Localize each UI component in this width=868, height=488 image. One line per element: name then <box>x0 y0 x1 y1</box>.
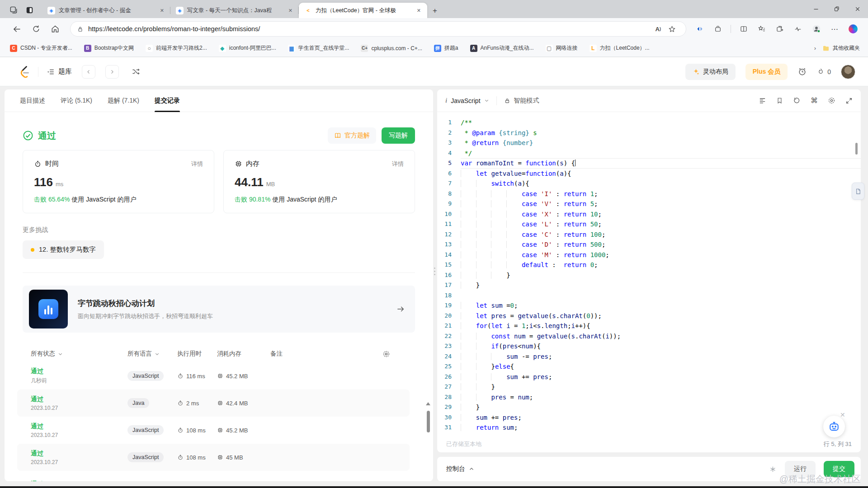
new-tab-button[interactable]: + <box>427 6 443 18</box>
extensions-icon[interactable] <box>710 25 726 33</box>
tab-actions-icon[interactable] <box>25 6 34 14</box>
table-row[interactable]: 通过2023.10.27JavaScript108 ms45.2 MB <box>17 417 410 444</box>
browser-tab[interactable]: ◈文章管理 - 创作者中心 - 掘金✕ <box>42 3 170 18</box>
workspaces-icon[interactable] <box>9 5 18 14</box>
bookmark-item[interactable]: AAnFuns动漫_在线动... <box>467 43 538 53</box>
code-line[interactable]: } <box>461 270 861 281</box>
side-drawer-handle[interactable] <box>852 183 864 200</box>
dynamic-layout-button[interactable]: 灵动布局 <box>685 64 736 80</box>
url-text[interactable]: https://leetcode.cn/problems/roman-to-in… <box>88 25 652 33</box>
language-filter[interactable]: 所有语言 <box>127 350 177 358</box>
format-code-icon[interactable] <box>759 97 766 104</box>
code-line[interactable]: for(let i = 1;i<s.length;i++){ <box>461 321 861 331</box>
code-line[interactable]: switch(a){ <box>461 178 861 189</box>
random-problem-icon[interactable] <box>129 65 142 79</box>
submission-status-link[interactable]: 通过 <box>31 480 127 481</box>
time-detail-link[interactable]: 详情 <box>191 160 203 168</box>
home-icon[interactable] <box>46 24 65 33</box>
code-line[interactable]: sum += pres; <box>461 413 861 423</box>
problem-list-button[interactable]: 题库 <box>47 67 72 76</box>
code-line[interactable]: let getvalue=function(a){ <box>461 169 861 179</box>
code-line[interactable]: case 'D' : return 500; <box>461 239 861 250</box>
chat-close-icon[interactable]: ✕ <box>840 411 845 418</box>
code-line[interactable]: * @return {number} <box>461 138 861 148</box>
reset-code-icon[interactable] <box>793 97 801 104</box>
panel-resize-handle[interactable] <box>434 267 436 275</box>
next-problem-button[interactable] <box>105 65 119 79</box>
code-line[interactable]: * @param {string} s <box>461 128 861 138</box>
leetcode-logo[interactable] <box>18 65 30 79</box>
submission-status-link[interactable]: 通过 <box>31 395 127 404</box>
promo-banner[interactable]: 字节跳动秋招心动计划 面向短期冲刺字节跳动秋招选手，秋招弯道顺利超车 <box>23 286 415 333</box>
back-icon[interactable] <box>7 24 27 34</box>
timer-icon[interactable] <box>797 67 807 76</box>
console-toggle[interactable]: 控制台 <box>446 465 474 473</box>
code-line[interactable]: case 'L' : return 50; <box>461 219 861 230</box>
submission-status-link[interactable]: 通过 <box>31 450 127 458</box>
editor-scrollbar-thumb[interactable] <box>855 143 858 155</box>
code-line[interactable]: case 'I' : return 1; <box>461 189 861 199</box>
submission-status-link[interactable]: 通过 <box>31 422 127 431</box>
code-line[interactable]: */ <box>461 148 861 159</box>
code-line[interactable]: var romanToInt = function(s) { <box>461 158 861 169</box>
table-settings-icon[interactable] <box>382 350 396 358</box>
editor-settings-icon[interactable] <box>828 97 835 104</box>
minimize-button[interactable] <box>806 0 826 18</box>
submission-status-link[interactable]: 通过 <box>31 367 127 375</box>
official-solution-button[interactable]: 官方题解 <box>328 127 376 144</box>
write-solution-button[interactable]: 写题解 <box>382 127 415 144</box>
refresh-icon[interactable] <box>27 24 46 33</box>
code-line[interactable]: case 'C' : return 100; <box>461 230 861 240</box>
bookmark-item[interactable]: BBootstrap中文网 <box>80 43 137 53</box>
close-window-button[interactable] <box>847 0 868 18</box>
address-bar[interactable]: https://leetcode.cn/problems/roman-to-in… <box>70 21 686 37</box>
code-line[interactable] <box>461 291 861 301</box>
submission-status-cell[interactable]: 通过2023.10.27 <box>31 450 127 465</box>
profile-avatar[interactable] <box>808 24 825 33</box>
plus-member-button[interactable]: Plus 会员 <box>745 64 788 80</box>
split-screen-icon[interactable] <box>736 25 752 33</box>
browser-essentials-icon[interactable] <box>790 25 806 33</box>
code-line[interactable]: if(pres<num){ <box>461 341 861 352</box>
bookmarks-overflow-icon[interactable]: › <box>814 45 816 52</box>
bookmark-item[interactable]: ▢网络连接 <box>542 43 581 53</box>
streak-counter[interactable]: 0 <box>817 67 831 76</box>
memory-detail-link[interactable]: 详情 <box>392 160 404 168</box>
tab-close-icon[interactable]: ✕ <box>415 7 423 14</box>
submission-status-cell[interactable]: 通过 <box>31 480 127 481</box>
code-line[interactable]: const num = getvalue(s.charAt(i)); <box>461 331 861 342</box>
code-line[interactable]: } <box>461 402 861 413</box>
bookmark-item[interactable]: ▆学生首页_在线学堂... <box>284 43 353 53</box>
tab-close-icon[interactable]: ✕ <box>287 7 294 14</box>
submission-status-cell[interactable]: 通过2023.10.27 <box>31 395 127 411</box>
split-toggle-icon[interactable] <box>692 25 708 33</box>
code-editor[interactable]: 1234567891011121314151617181920212223242… <box>437 112 861 433</box>
code-line[interactable]: } <box>461 280 861 291</box>
collections-icon[interactable] <box>772 25 788 33</box>
favorite-star-icon[interactable] <box>665 25 679 33</box>
bookmark-item[interactable]: C+cplusplus.com - C+... <box>357 43 425 53</box>
language-selector[interactable]: i JavaScript <box>445 97 489 104</box>
browser-tab[interactable]: ◈写文章 - 每天一个知识点：Java程✕ <box>170 3 299 18</box>
settings-more-icon[interactable]: ⋯ <box>827 25 843 33</box>
table-row[interactable]: 通过几秒前JavaScript116 ms45.2 MB <box>17 362 410 389</box>
code-line[interactable]: sum += pres; <box>461 372 861 382</box>
bookmark-item[interactable]: ○前端开发学习路线2... <box>142 43 211 53</box>
table-row[interactable]: 通过 <box>17 471 410 481</box>
banner-arrow-icon[interactable] <box>396 305 405 314</box>
tab-panel[interactable]: 题解 (7.1K) <box>108 89 139 112</box>
submission-status-cell[interactable]: 通过2023.10.27 <box>31 422 127 438</box>
fullscreen-icon[interactable] <box>845 97 853 104</box>
other-favorites[interactable]: 其他收藏夹 <box>822 44 860 52</box>
prev-problem-button[interactable] <box>82 65 95 79</box>
browser-tab[interactable]: <力扣（LeetCode）官网 - 全球极✕ <box>299 3 427 18</box>
bookmark-icon[interactable] <box>776 97 783 104</box>
scroll-up-icon[interactable] <box>426 402 430 405</box>
code-lines[interactable]: /** * @param {string} s * @return {numbe… <box>461 117 861 433</box>
code-line[interactable]: pres = num; <box>461 392 861 403</box>
favorites-bar-icon[interactable] <box>754 25 770 33</box>
table-row[interactable]: 通过2023.10.27Java2 ms42.4 MB <box>17 389 410 417</box>
table-scrollbar[interactable] <box>425 402 431 481</box>
bookmark-item[interactable]: L力扣（LeetCode）... <box>586 43 653 53</box>
code-line[interactable]: case 'X' : return 10; <box>461 209 861 220</box>
